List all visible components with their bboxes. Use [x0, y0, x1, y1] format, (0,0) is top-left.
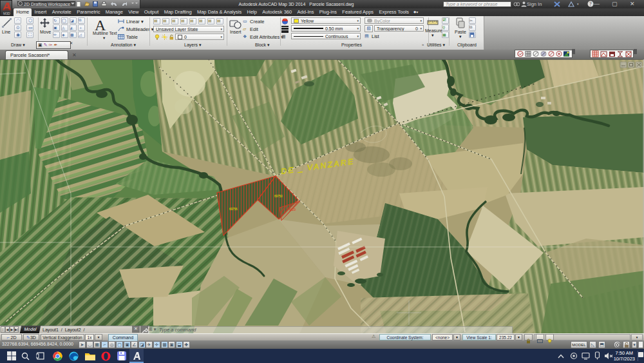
svg-text:?: ? [589, 1, 592, 7]
svg-text:M3D: M3D [3, 12, 10, 15]
